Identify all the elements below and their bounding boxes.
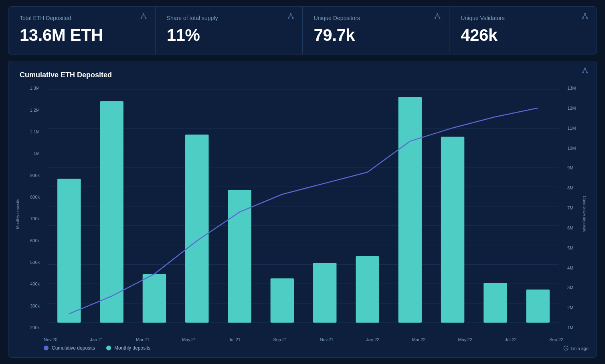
x-axis-tick: Jul.21 bbox=[229, 337, 241, 342]
stat-value-unique-validators: 426k bbox=[461, 26, 585, 44]
svg-point-10 bbox=[437, 13, 438, 14]
x-axis-tick: Jan.21 bbox=[90, 337, 103, 342]
y-axis-left: 1.3M1.2M1.1M1M900k800k700k600k500k400k30… bbox=[20, 86, 44, 342]
svg-rect-48 bbox=[484, 283, 507, 323]
stat-label-total-eth: Total ETH Deposited bbox=[20, 15, 144, 21]
svg-point-16 bbox=[582, 18, 583, 19]
svg-point-1 bbox=[141, 18, 142, 19]
x-axis-tick: Nov.20 bbox=[44, 337, 57, 342]
y-axis-left-tick: 1.3M bbox=[30, 86, 40, 90]
y-axis-left-tick: 1.2M bbox=[30, 108, 40, 113]
stat-label-unique-validators: Unique Validators bbox=[461, 15, 585, 21]
x-axis-tick: Sep.22 bbox=[549, 337, 563, 342]
legend-dot bbox=[106, 346, 111, 350]
chart-svg bbox=[44, 86, 563, 335]
y-axis-left-tick: 700k bbox=[30, 216, 40, 221]
svg-line-19 bbox=[585, 14, 587, 18]
chart-plot bbox=[44, 86, 563, 335]
legend-label: Monthly deposits bbox=[114, 345, 150, 351]
svg-point-20 bbox=[585, 68, 586, 69]
svg-line-9 bbox=[291, 14, 293, 18]
stat-value-total-eth: 13.6M ETH bbox=[20, 26, 144, 44]
y-axis-right-tick: 11M bbox=[567, 126, 576, 131]
svg-point-2 bbox=[145, 18, 146, 19]
y-axis-right-tick: 3M bbox=[567, 285, 573, 290]
stat-icon-unique-depositors bbox=[434, 12, 441, 22]
svg-point-15 bbox=[585, 13, 586, 14]
y-axis-left-tick: 500k bbox=[30, 260, 40, 265]
legend: Cumulative deposits Monthly deposits bbox=[20, 345, 585, 351]
y-axis-right-tick: 9M bbox=[567, 165, 573, 170]
svg-point-22 bbox=[587, 72, 588, 73]
chart-area: Monthly deposits 1.3M1.2M1.1M1M900k800k7… bbox=[20, 86, 585, 342]
x-axis-tick: Nov.21 bbox=[320, 337, 334, 342]
y-axis-left-tick: 1M bbox=[34, 151, 40, 156]
chart-icon bbox=[581, 67, 589, 76]
x-axis-tick: May.21 bbox=[182, 337, 196, 342]
svg-rect-49 bbox=[526, 290, 549, 323]
y-axis-right-tick: 4M bbox=[567, 265, 573, 270]
dashboard: Total ETH Deposited 13.6M ETH Share of t… bbox=[0, 0, 605, 364]
y-axis-right-tick: 6M bbox=[567, 225, 573, 230]
stat-card-total-eth: Total ETH Deposited 13.6M ETH bbox=[8, 7, 156, 54]
svg-point-0 bbox=[143, 13, 144, 14]
svg-line-18 bbox=[583, 14, 585, 18]
svg-rect-40 bbox=[143, 274, 166, 323]
svg-line-4 bbox=[144, 14, 146, 18]
legend-label: Cumulative deposits bbox=[52, 345, 95, 351]
chart-title: Cumulative ETH Deposited bbox=[20, 71, 585, 79]
y-axis-left-tick: 800k bbox=[30, 195, 40, 199]
legend-item: Cumulative deposits bbox=[44, 345, 95, 351]
svg-rect-38 bbox=[57, 179, 81, 323]
x-axis-tick: Sep.21 bbox=[273, 337, 287, 342]
legend-item: Monthly deposits bbox=[106, 345, 150, 351]
stat-icon-share-supply bbox=[287, 12, 294, 22]
y-axis-right-tick: 1M bbox=[567, 325, 573, 330]
svg-point-17 bbox=[587, 18, 588, 19]
x-axis-tick: May.22 bbox=[458, 337, 472, 342]
timestamp: 1min ago bbox=[563, 346, 589, 351]
svg-line-8 bbox=[288, 14, 290, 18]
y-axis-left-tick: 400k bbox=[30, 282, 40, 286]
chart-section: Cumulative ETH Deposited Monthly deposit… bbox=[8, 61, 597, 358]
stat-card-unique-depositors: Unique Depositors 79.7k bbox=[303, 7, 450, 54]
stat-label-share-supply: Share of total supply bbox=[167, 15, 291, 21]
y-axis-right-tick: 13M bbox=[567, 86, 576, 90]
svg-point-7 bbox=[292, 18, 293, 19]
svg-rect-43 bbox=[271, 278, 294, 323]
stat-icon-total-eth bbox=[140, 12, 147, 22]
stat-card-share-supply: Share of total supply 11% bbox=[156, 7, 303, 54]
stats-row: Total ETH Deposited 13.6M ETH Share of t… bbox=[8, 6, 597, 54]
svg-rect-47 bbox=[441, 137, 464, 323]
x-axis-tick: Jul.22 bbox=[505, 337, 516, 342]
x-axis-tick: Jan.22 bbox=[366, 337, 379, 342]
y-axis-left-tick: 900k bbox=[30, 173, 40, 178]
y-axis-right-tick: 8M bbox=[567, 185, 573, 190]
svg-rect-46 bbox=[399, 97, 422, 323]
stat-card-unique-validators: Unique Validators 426k bbox=[449, 7, 597, 54]
legend-dot bbox=[44, 346, 49, 350]
y-axis-left-tick: 600k bbox=[30, 238, 40, 243]
svg-line-23 bbox=[583, 69, 585, 72]
y-axis-left-label: Monthly deposits bbox=[16, 199, 20, 229]
svg-rect-42 bbox=[228, 190, 251, 323]
svg-point-21 bbox=[582, 72, 583, 73]
y-axis-left-tick: 200k bbox=[30, 325, 40, 330]
y-axis-left-tick: 1.1M bbox=[30, 129, 40, 134]
y-axis-right-tick: 7M bbox=[567, 205, 573, 210]
x-axis: Nov.20Jan.21Mar.21May.21Jul.21Sep.21Nov.… bbox=[44, 335, 563, 342]
svg-point-12 bbox=[439, 18, 440, 19]
stat-icon-unique-validators bbox=[581, 12, 589, 22]
y-axis-right-label: Cumulative deposits bbox=[582, 196, 586, 232]
svg-point-5 bbox=[290, 13, 291, 14]
svg-line-14 bbox=[437, 14, 439, 18]
y-axis-right-tick: 12M bbox=[567, 106, 576, 111]
x-axis-tick: Mar.21 bbox=[136, 337, 150, 342]
y-axis-right-tick: 10M bbox=[567, 146, 576, 151]
svg-line-24 bbox=[585, 69, 587, 72]
svg-rect-45 bbox=[356, 256, 379, 323]
stat-label-unique-depositors: Unique Depositors bbox=[314, 15, 438, 21]
x-axis-tick: Mar.22 bbox=[412, 337, 426, 342]
svg-line-13 bbox=[435, 14, 437, 18]
svg-rect-44 bbox=[313, 263, 336, 323]
